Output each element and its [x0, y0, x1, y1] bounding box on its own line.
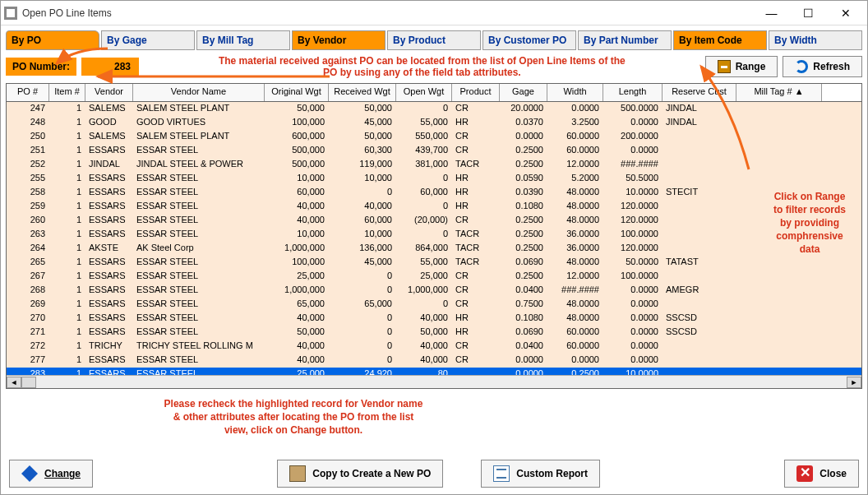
col-vendor[interactable]: Vendor [85, 84, 133, 101]
tab-by-gage[interactable]: By Gage [101, 30, 195, 50]
cell-rwgt: 40,000 [329, 200, 396, 214]
close-window-button[interactable]: ✕ [827, 2, 864, 25]
minimize-button[interactable]: — [753, 2, 790, 25]
table-row[interactable]: 2831ESSARS ESSAR STEEL25,00024,920800.00… [7, 368, 861, 375]
grid-scrollbar[interactable]: ◄ ► [7, 375, 861, 388]
maximize-button[interactable]: ☐ [790, 2, 827, 25]
cell-gage: 0.2500 [500, 158, 547, 172]
cell-owgt: 10,000 [265, 172, 329, 186]
cell-item: 1 [49, 214, 85, 228]
cell-prod: CR [452, 284, 500, 298]
cell-length: 0.0000 [603, 116, 663, 130]
po-number-label: PO Number: [6, 58, 76, 76]
tab-by-mill-tag[interactable]: By Mill Tag [196, 30, 290, 50]
po-number-value[interactable]: 283 [81, 58, 139, 76]
cell-gage: 0.7500 [500, 298, 547, 312]
table-row[interactable]: 2591ESSARS ESSAR STEEL40,00040,0000HR0.1… [7, 200, 861, 214]
scroll-left[interactable]: ◄ [7, 377, 21, 388]
col-item[interactable]: Item # [49, 84, 85, 101]
cell-prod: CR [452, 298, 500, 312]
scroll-track-left[interactable] [21, 377, 36, 388]
col-open-wgt[interactable]: Open Wgt [396, 84, 452, 101]
table-row[interactable]: 2771ESSARS ESSAR STEEL40,000040,000CR0.0… [7, 354, 861, 368]
cell-mill [736, 130, 822, 144]
table-row[interactable]: 2671ESSARS ESSAR STEEL25,000025,000CR0.2… [7, 270, 861, 284]
tab-by-vendor[interactable]: By Vendor [292, 30, 386, 50]
cell-width: 48.0000 [547, 298, 603, 312]
scroll-right[interactable]: ► [847, 377, 861, 388]
col-vendor-name[interactable]: Vendor Name [133, 84, 265, 101]
cell-rwgt: 0 [329, 340, 396, 354]
cell-length: 120.0000 [603, 214, 663, 228]
tab-by-product[interactable]: By Product [387, 30, 481, 50]
col-mill-tag[interactable]: Mill Tag # ▲ [736, 84, 822, 101]
table-row[interactable]: 2601ESSARS ESSAR STEEL40,00060,000(20,00… [7, 214, 861, 228]
table-row[interactable]: 2521JINDALJINDAL STEEL & POWER500,000119… [7, 158, 861, 172]
cell-open: 40,000 [396, 312, 452, 326]
cell-width: ###.#### [547, 284, 603, 298]
cell-rcust [663, 298, 736, 312]
table-row[interactable]: 2641AKSTEAK Steel Corp1,000,000136,00086… [7, 242, 861, 256]
cell-open: 55,000 [396, 116, 452, 130]
cell-length: 10.0000 [603, 368, 663, 375]
cell-owgt: 50,000 [265, 102, 329, 116]
cell-po: 259 [7, 200, 49, 214]
tab-by-item-code[interactable]: By Item Code [673, 30, 767, 50]
refresh-button[interactable]: Refresh [783, 56, 862, 77]
cell-vendor: ESSARS [85, 256, 133, 270]
close-button[interactable]: ✕Close [784, 460, 859, 488]
col-gage[interactable]: Gage [500, 84, 547, 101]
cell-item: 1 [49, 270, 85, 284]
table-row[interactable]: 2681ESSARS ESSAR STEEL1,000,00001,000,00… [7, 284, 861, 298]
cell-vname: AK Steel Corp [133, 242, 265, 256]
table-row[interactable]: 2631ESSARS ESSAR STEEL10,00010,0000TACR0… [7, 228, 861, 242]
cell-item: 1 [49, 102, 85, 116]
tab-by-width[interactable]: By Width [769, 30, 862, 50]
table-row[interactable]: 2651ESSARS ESSAR STEEL100,00045,00055,00… [7, 256, 861, 270]
col-po[interactable]: PO # [7, 84, 49, 101]
col-length[interactable]: Length [603, 84, 663, 101]
table-row[interactable]: 2711ESSARS ESSAR STEEL50,000050,000HR0.0… [7, 326, 861, 340]
grid-body[interactable]: 2471SALEMSSALEM STEEL PLANT50,00050,0000… [7, 102, 861, 375]
cell-rwgt: 0 [329, 354, 396, 368]
cell-rwgt: 136,000 [329, 242, 396, 256]
table-row[interactable]: 2551ESSARS ESSAR STEEL10,00010,0000HR0.0… [7, 172, 861, 186]
cell-po: 248 [7, 116, 49, 130]
table-row[interactable]: 2471SALEMSSALEM STEEL PLANT50,00050,0000… [7, 102, 861, 116]
table-row[interactable]: 2481GOODGOOD VIRTUES100,00045,00055,000H… [7, 116, 861, 130]
table-row[interactable]: 2721TRICHYTRICHY STEEL ROLLING M40,00004… [7, 340, 861, 354]
table-row[interactable]: 2691ESSARS ESSAR STEEL65,00065,0000CR0.7… [7, 298, 861, 312]
cell-vendor: ESSARS [85, 298, 133, 312]
cell-length: 500.0000 [603, 102, 663, 116]
range-button[interactable]: Range [705, 56, 778, 77]
col-original-wgt[interactable]: Original Wgt [265, 84, 329, 101]
copy-po-button[interactable]: Copy to Create a New PO [277, 460, 443, 488]
range-icon [718, 60, 731, 73]
table-row[interactable]: 2581ESSARS ESSAR STEEL60,000060,000HR0.0… [7, 186, 861, 200]
cell-vendor: ESSARS [85, 368, 133, 375]
cell-vendor: ESSARS [85, 144, 133, 158]
table-row[interactable]: 2701ESSARS ESSAR STEEL40,000040,000HR0.1… [7, 312, 861, 326]
cell-vname: ESSAR STEEL [133, 298, 265, 312]
col-width[interactable]: Width [547, 84, 603, 101]
col-reserve-cust[interactable]: Reserve Cust [663, 84, 736, 101]
tab-by-po[interactable]: By PO [6, 30, 99, 50]
cell-rcust [663, 242, 736, 256]
cell-rcust: JINDAL [663, 102, 736, 116]
col-product[interactable]: Product [452, 84, 500, 101]
change-button[interactable]: Change [9, 460, 93, 488]
cell-mill [736, 158, 822, 172]
cell-po: 283 [7, 368, 49, 375]
tab-by-part-number[interactable]: By Part Number [578, 30, 672, 50]
cell-width: 60.0000 [547, 326, 603, 340]
cell-gage: 0.0000 [500, 354, 547, 368]
table-row[interactable]: 2501SALEMSSALEM STEEL PLANT600,00050,000… [7, 130, 861, 144]
col-received-wgt[interactable]: Received Wgt [329, 84, 396, 101]
table-row[interactable]: 2511ESSARS ESSAR STEEL500,00060,300439,7… [7, 144, 861, 158]
tab-by-customer-po[interactable]: By Customer PO [482, 30, 576, 50]
cell-rcust [663, 130, 736, 144]
cell-mill [736, 102, 822, 116]
cell-vname: SALEM STEEL PLANT [133, 130, 265, 144]
custom-report-button[interactable]: Custom Report [481, 460, 600, 488]
cell-po: 267 [7, 270, 49, 284]
